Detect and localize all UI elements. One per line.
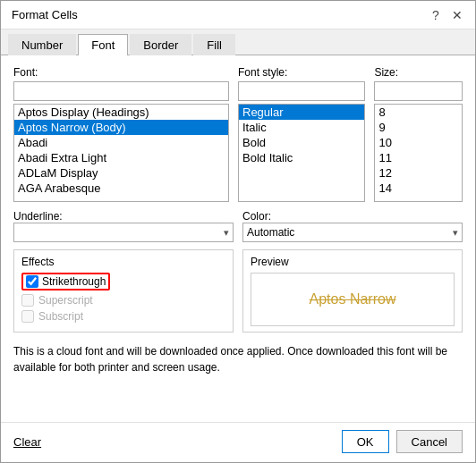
font-listbox[interactable]: Aptos Display (Headings) Aptos Narrow (B… <box>13 104 229 202</box>
help-button[interactable]: ? <box>427 6 445 24</box>
effects-title: Effects <box>21 256 225 268</box>
footer-left: Clear <box>13 435 41 449</box>
strikethrough-checkbox[interactable] <box>26 275 38 288</box>
list-item[interactable]: 10 <box>375 135 462 150</box>
subscript-checkbox[interactable] <box>21 310 34 323</box>
tab-number[interactable]: Number <box>8 34 76 55</box>
superscript-label: Superscript <box>38 294 93 307</box>
underline-color-row: Underline: Color: Automatic <box>13 209 463 242</box>
dialog-title: Format Cells <box>12 8 78 21</box>
list-item[interactable]: 11 <box>375 150 462 165</box>
font-style-list: Regular Italic Bold Bold Italic <box>239 105 364 165</box>
list-item[interactable]: Regular <box>239 105 364 120</box>
font-style-label: Font style: <box>238 66 365 79</box>
strikethrough-label: Strikethrough <box>42 275 106 288</box>
size-listbox[interactable]: 8 9 10 11 12 14 <box>374 104 463 202</box>
tab-border[interactable]: Border <box>130 34 191 55</box>
font-style-column: Font style: Regular Italic Bold Bold Ita… <box>238 66 365 202</box>
cancel-button[interactable]: Cancel <box>396 430 463 453</box>
preview-title: Preview <box>251 256 455 268</box>
underline-section: Underline: <box>13 209 234 242</box>
font-list: Aptos Display (Headings) Aptos Narrow (B… <box>14 105 228 196</box>
clear-button[interactable]: Clear <box>13 435 41 449</box>
title-bar-controls: ? ✕ <box>427 6 466 24</box>
close-button[interactable]: ✕ <box>448 6 466 24</box>
list-item[interactable]: 9 <box>375 120 462 135</box>
list-item[interactable]: Aptos Narrow (Body) <box>14 120 228 135</box>
font-style-input[interactable] <box>238 81 365 101</box>
effects-box: Effects Strikethrough Superscript Su <box>13 249 234 333</box>
color-select-wrapper: Automatic <box>242 223 463 242</box>
strikethrough-row: Strikethrough <box>21 273 225 290</box>
list-item[interactable]: Bold Italic <box>239 150 364 165</box>
underline-label: Underline: <box>13 210 63 223</box>
font-input[interactable] <box>13 81 229 101</box>
list-item[interactable]: Aptos Display (Headings) <box>14 105 228 120</box>
list-item[interactable]: AGA Arabesque <box>14 181 228 196</box>
color-label: Color: <box>242 210 271 223</box>
size-column: Size: 8 9 10 11 12 14 <box>374 66 463 202</box>
ok-button[interactable]: OK <box>342 430 389 453</box>
footer-right: OK Cancel <box>342 430 463 453</box>
list-item[interactable]: 12 <box>375 165 462 181</box>
tab-font[interactable]: Font <box>78 34 128 55</box>
superscript-row: Superscript <box>21 294 225 307</box>
font-style-listbox[interactable]: Regular Italic Bold Bold Italic <box>238 104 365 202</box>
list-item[interactable]: Italic <box>239 120 364 135</box>
underline-select-wrapper <box>13 223 234 242</box>
color-section: Color: Automatic <box>242 209 463 242</box>
effects-preview-row: Effects Strikethrough Superscript Su <box>13 249 463 333</box>
color-select[interactable]: Automatic <box>242 223 463 242</box>
list-item[interactable]: Abadi <box>14 135 228 150</box>
preview-text: Aptos Narrow <box>310 291 396 307</box>
list-item[interactable]: 8 <box>375 105 462 120</box>
font-label: Font: <box>13 66 229 79</box>
tab-fill[interactable]: Fill <box>193 34 235 55</box>
list-item[interactable]: Bold <box>239 135 364 150</box>
font-column: Font: Aptos Display (Headings) Aptos Nar… <box>13 66 229 202</box>
superscript-checkbox[interactable] <box>21 294 34 307</box>
tab-content: Font: Aptos Display (Headings) Aptos Nar… <box>1 55 475 422</box>
subscript-label: Subscript <box>38 310 83 323</box>
size-input[interactable] <box>374 81 463 101</box>
info-text: This is a cloud font and will be downloa… <box>13 343 463 375</box>
subscript-row: Subscript <box>21 310 225 323</box>
size-label: Size: <box>374 66 463 79</box>
font-style-size-row: Font: Aptos Display (Headings) Aptos Nar… <box>13 66 463 202</box>
preview-content: Aptos Narrow <box>251 273 455 326</box>
list-item[interactable]: Abadi Extra Light <box>14 150 228 165</box>
underline-select[interactable] <box>13 223 234 242</box>
title-bar: Format Cells ? ✕ <box>1 1 475 29</box>
list-item[interactable]: ADLaM Display <box>14 165 228 181</box>
format-cells-dialog: Format Cells ? ✕ Number Font Border Fill… <box>0 0 476 463</box>
size-list: 8 9 10 11 12 14 <box>375 105 462 196</box>
tabs-bar: Number Font Border Fill <box>1 29 475 55</box>
preview-box: Preview Aptos Narrow <box>242 249 463 333</box>
strikethrough-highlight: Strikethrough <box>21 273 110 290</box>
list-item[interactable]: 14 <box>375 181 462 196</box>
dialog-footer: Clear OK Cancel <box>1 422 475 462</box>
